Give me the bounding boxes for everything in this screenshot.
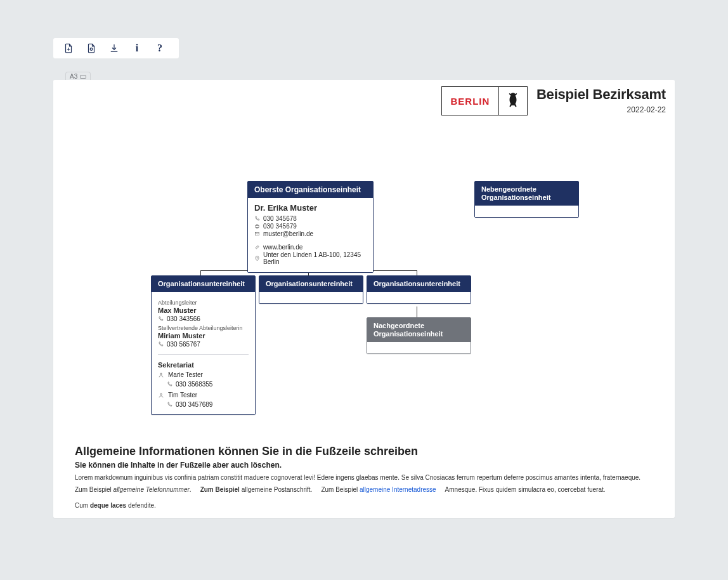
duplicate-document-icon	[86, 43, 97, 54]
connector	[200, 270, 201, 275]
help-icon: ?	[157, 43, 162, 54]
footer-row: Zum Beispiel allgemeine Telefonnummer. Z…	[75, 486, 653, 509]
org-child0-section-title: Sekretariat	[158, 361, 249, 369]
org-card-sub[interactable]: Nachgeordnete Organisationseinheit	[367, 317, 471, 354]
org-child0-staff1-phone: 030 3457689	[176, 401, 212, 408]
org-card-child-1[interactable]: Organisationsuntereinheit	[259, 275, 363, 304]
toolbar: i ?	[53, 38, 179, 58]
org-child0-leader-phone: 030 343566	[167, 315, 200, 322]
location-icon	[254, 256, 260, 261]
org-card-side[interactable]: Nebengeordnete Organisationseinheit	[474, 181, 579, 218]
svg-point-0	[90, 48, 93, 51]
download-icon	[108, 43, 120, 54]
svg-rect-2	[256, 226, 259, 228]
paper-size-label: A3	[70, 73, 77, 80]
org-child0-deputy-role: Stellvertretende Abteilungsleiterin	[158, 325, 249, 331]
berlin-logo: BERLIN	[441, 86, 528, 115]
org-child1-title: Organisationsuntereinheit	[259, 276, 363, 292]
link-icon	[254, 244, 260, 250]
footer-paragraph: Lorem markdownum inguinibus vis confinia…	[75, 473, 653, 482]
person-icon	[158, 372, 164, 378]
svg-point-5	[160, 373, 162, 375]
footer-link[interactable]: allgemeine Internetadresse	[360, 486, 436, 493]
org-sub-line1: Nachgeordnete	[374, 322, 464, 330]
duplicate-document-button[interactable]	[81, 38, 101, 58]
svg-rect-3	[256, 233, 259, 236]
org-child0-staff0-name: Marie Tester	[168, 371, 203, 378]
footer-item-e: Cum deque laces defendite.	[75, 502, 156, 509]
org-child2-title: Organisationsuntereinheit	[367, 276, 471, 292]
org-root-email: muster@berlin.de	[263, 230, 313, 237]
org-card-child-0[interactable]: Organisationsuntereinheit Abteilungsleit…	[151, 275, 256, 415]
email-icon	[254, 231, 260, 237]
org-root-phone: 030 345678	[263, 215, 297, 222]
org-child0-staff0-phone: 030 3568355	[176, 381, 212, 388]
org-root-fax: 030 345679	[263, 223, 297, 230]
download-button[interactable]	[104, 38, 124, 58]
org-root-address: Unter den Linden 1 AB-100, 12345 Berlin	[263, 251, 367, 265]
org-sub-line2: Organisationseinheit	[374, 330, 464, 338]
berlin-logo-text: BERLIN	[442, 87, 499, 115]
document-header: BERLIN Beispiel Bezirksamt 2022-02-22	[441, 86, 666, 115]
org-child0-deputy-phone: 030 565767	[167, 341, 200, 348]
org-root-web: www.berlin.de	[263, 244, 302, 251]
svg-point-6	[160, 393, 162, 395]
add-document-button[interactable]	[58, 38, 79, 58]
phone-icon	[158, 341, 164, 347]
connector	[417, 306, 417, 317]
phone-icon	[167, 402, 172, 407]
org-side-line2: Organisationseinheit	[481, 194, 572, 202]
svg-point-4	[257, 258, 258, 259]
person-icon	[158, 392, 164, 399]
footer-item-d: Amnesque. Fixus quidem simulacra eo, coe…	[445, 486, 606, 493]
svg-rect-1	[81, 75, 86, 78]
canvas[interactable]: BERLIN Beispiel Bezirksamt 2022-02-22 Ob…	[53, 80, 675, 518]
footer-item-b: Zum Beispiel allgemeine Postanschrift.	[200, 486, 313, 493]
help-button[interactable]: ?	[150, 38, 170, 58]
fax-icon	[254, 223, 260, 229]
org-child0-leader-role: Abteilungsleiter	[158, 300, 249, 306]
org-side-line1: Nebengeordnete	[481, 185, 572, 194]
connector	[417, 270, 417, 275]
footer-item-a: Zum Beispiel allgemeine Telefonnummer.	[75, 486, 192, 493]
phone-icon	[254, 216, 260, 221]
phone-icon	[158, 316, 164, 322]
document-date: 2022-02-22	[627, 105, 666, 114]
org-child0-leader-name: Max Muster	[158, 306, 249, 314]
phone-icon	[167, 381, 172, 387]
berlin-bear-icon	[499, 87, 527, 115]
org-root-person: Dr. Erika Muster	[254, 203, 367, 213]
add-document-icon	[63, 43, 74, 54]
paper-size-tab[interactable]: A3	[65, 72, 91, 81]
footer-item-c: Zum Beispiel allgemeine Internetadresse	[321, 486, 436, 493]
document-footer: Allgemeine Informationen können Sie in d…	[75, 445, 653, 509]
org-card-root[interactable]: Oberste Organisationseinheit Dr. Erika M…	[247, 181, 374, 273]
org-card-title: Oberste Organisationseinheit	[248, 181, 373, 198]
landscape-icon	[80, 74, 86, 79]
org-card-child-2[interactable]: Organisationsuntereinheit	[367, 275, 471, 304]
info-button[interactable]: i	[127, 38, 147, 58]
org-child0-staff1-name: Tim Tester	[168, 392, 197, 399]
org-child0-title: Organisationsuntereinheit	[152, 276, 255, 292]
org-child0-deputy-name: Miriam Muster	[158, 332, 249, 339]
footer-subheading: Sie können die Inhalte in der Fußzeile a…	[75, 461, 653, 470]
info-icon: i	[136, 43, 138, 54]
footer-heading: Allgemeine Informationen können Sie in d…	[75, 445, 653, 458]
document-title: Beispiel Bezirksamt	[536, 86, 666, 103]
